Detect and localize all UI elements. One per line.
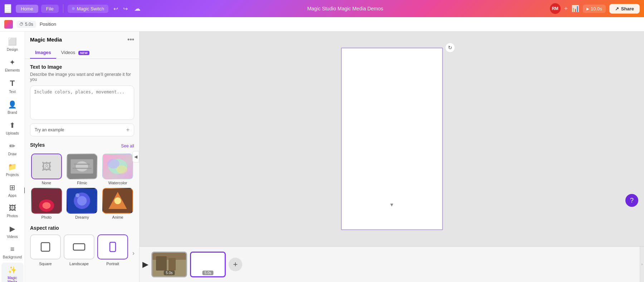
- timeline-item-2[interactable]: 5.0s: [190, 252, 226, 277]
- timeline-item-1[interactable]: 5.0s: [151, 252, 187, 277]
- aspect-label-landscape: Landscape: [69, 262, 89, 266]
- add-page-button[interactable]: +: [229, 258, 242, 271]
- style-thumb-filmic: [67, 154, 97, 179]
- magic-switch-button[interactable]: Magic Switch: [68, 5, 109, 13]
- duration-value: 5.0s: [25, 22, 33, 27]
- style-watercolor[interactable]: Watercolor: [101, 154, 134, 185]
- sidebar-item-text[interactable]: T Text: [1, 76, 24, 97]
- style-thumb-anime: [102, 188, 133, 214]
- dreamy-preview-svg: [67, 188, 97, 214]
- prompt-input[interactable]: [34, 89, 130, 115]
- svg-point-16: [75, 193, 79, 197]
- sidebar-label-videos: Videos: [7, 235, 18, 239]
- sidebar-item-apps[interactable]: ⊞ Apps Apps: [1, 180, 24, 200]
- analytics-icon[interactable]: 📊: [571, 5, 579, 13]
- expand-handle[interactable]: ▼: [389, 202, 394, 208]
- styles-grid: 🖼 None Filmic: [30, 154, 134, 219]
- home-button[interactable]: Home: [16, 5, 38, 13]
- magic-switch-dot: [72, 7, 75, 10]
- style-label-photo: Photo: [41, 215, 52, 219]
- style-thumb-dreamy: [67, 188, 97, 214]
- sidebar-item-uploads[interactable]: ⬆ Uploads: [1, 118, 24, 138]
- add-collaborator-icon[interactable]: +: [564, 5, 568, 13]
- help-button[interactable]: ?: [625, 194, 638, 207]
- position-button[interactable]: Position: [40, 21, 56, 27]
- try-example-label: Try an example: [35, 127, 64, 132]
- aspect-label-square: Square: [39, 262, 52, 266]
- aspect-portrait[interactable]: Portrait: [97, 234, 128, 266]
- sidebar-item-photos[interactable]: 🖼 Photos: [1, 201, 24, 221]
- share-icon: ↗: [615, 6, 619, 11]
- history-controls: ↩ ↪: [111, 4, 130, 14]
- sidebar-item-magic-media[interactable]: ✨ Magic Media: [1, 263, 24, 282]
- style-label-dreamy: Dreamy: [75, 215, 89, 219]
- redo-button[interactable]: ↪: [121, 4, 130, 14]
- photo-preview-svg: [32, 188, 61, 214]
- share-label: Share: [621, 6, 634, 11]
- separator: [63, 4, 63, 13]
- timer-value: 10.0s: [591, 6, 602, 11]
- canvas-viewport[interactable]: ↻ ? ▼: [140, 31, 644, 246]
- try-example-button[interactable]: Try an example +: [30, 123, 134, 136]
- style-anime[interactable]: Anime: [101, 188, 134, 219]
- style-filmic[interactable]: Filmic: [66, 154, 99, 185]
- sidebar-item-design[interactable]: ⬜ Design: [1, 34, 24, 54]
- style-photo[interactable]: Photo: [30, 188, 63, 219]
- see-all-button[interactable]: See all: [121, 144, 134, 149]
- aspect-label-portrait: Portrait: [106, 262, 119, 266]
- sidebar-label-brand: Brand: [8, 111, 17, 115]
- watercolor-preview-svg: [103, 154, 132, 179]
- magic-media-sidebar-icon: ✨: [8, 266, 17, 274]
- sidebar-item-elements[interactable]: ✦ Elements: [1, 55, 24, 75]
- play-timer-button[interactable]: ▶ 10.0s: [583, 5, 606, 13]
- tab-videos[interactable]: Videos NEW: [56, 47, 94, 59]
- canvas-refresh-button[interactable]: ↻: [445, 43, 455, 53]
- aspect-square[interactable]: Square: [30, 234, 61, 266]
- sidebar-label-design: Design: [7, 48, 18, 52]
- secondary-toolbar: ⏱ 5.0s Position: [0, 17, 644, 31]
- play-button[interactable]: ▶: [142, 260, 148, 269]
- svg-rect-27: [169, 258, 176, 271]
- svg-rect-4: [73, 168, 92, 169]
- right-panel-collapse[interactable]: ›: [640, 247, 644, 282]
- aspect-more-button[interactable]: ›: [131, 249, 136, 257]
- menu-icon[interactable]: ☰: [4, 4, 11, 13]
- panel-more-button[interactable]: •••: [127, 36, 134, 43]
- panel-collapse-arrow[interactable]: ◀: [132, 151, 139, 162]
- svg-point-12: [42, 202, 50, 209]
- magic-switch-label: Magic Switch: [77, 6, 104, 11]
- svg-rect-21: [41, 243, 50, 251]
- style-thumb-watercolor: [102, 154, 133, 179]
- panel-title: Magic Media: [30, 37, 62, 43]
- styles-header: Styles See all: [30, 142, 134, 150]
- share-button[interactable]: ↗ Share: [609, 4, 640, 14]
- sidebar-item-projects[interactable]: 📁 Projects: [1, 160, 24, 180]
- svg-rect-26: [156, 256, 167, 271]
- style-dreamy[interactable]: Dreamy: [66, 188, 99, 219]
- filmic-preview-svg: [67, 154, 97, 179]
- tab-images[interactable]: Images: [30, 47, 56, 59]
- play-icon: ▶: [586, 7, 589, 11]
- topbar-right: RM + 📊 ▶ 10.0s ↗ Share: [550, 3, 640, 14]
- landscape-icon: [73, 243, 86, 251]
- svg-rect-22: [73, 244, 85, 250]
- videos-icon: ▶: [10, 224, 15, 233]
- prompt-box: [30, 86, 134, 120]
- topbar: ☰ Home File Magic Switch ↩ ↪ ☁ Magic Stu…: [0, 0, 644, 17]
- file-button[interactable]: File: [41, 5, 59, 13]
- sidebar-label-draw: Draw: [8, 152, 16, 156]
- avatar[interactable]: RM: [550, 3, 561, 14]
- undo-button[interactable]: ↩: [111, 4, 120, 14]
- aspect-landscape[interactable]: Landscape: [64, 234, 94, 266]
- style-label-none: None: [42, 181, 51, 185]
- sidebar-item-draw[interactable]: ✏ Draw: [1, 139, 24, 159]
- sidebar-item-videos[interactable]: ▶ Videos: [1, 222, 24, 242]
- sidebar-item-background[interactable]: ≡ Background: [1, 242, 24, 262]
- svg-point-2: [76, 161, 88, 172]
- duration-badge[interactable]: ⏱ 5.0s: [16, 21, 36, 28]
- sidebar-label-projects: Projects: [6, 173, 19, 177]
- document-title: Magic Studio Magic Media Demos: [143, 6, 547, 11]
- style-none[interactable]: 🖼 None: [30, 154, 63, 185]
- elements-icon: ✦: [9, 58, 15, 67]
- sidebar-item-brand[interactable]: 👤 Brand: [1, 97, 24, 117]
